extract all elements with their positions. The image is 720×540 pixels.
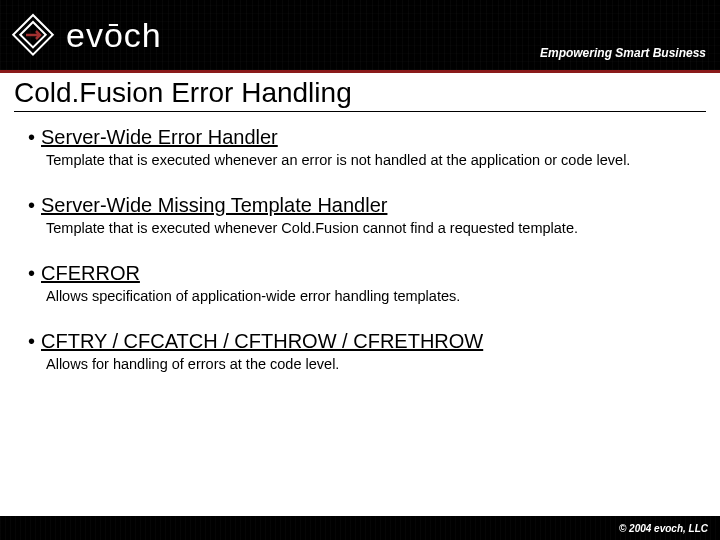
copyright-text: © 2004 evoch, LLC bbox=[619, 523, 708, 534]
brand-name: evōch bbox=[66, 16, 162, 55]
slide-title: Cold.Fusion Error Handling bbox=[14, 73, 706, 112]
item-desc: Allows for handling of errors at the cod… bbox=[46, 355, 686, 374]
brand-logo: evōch bbox=[0, 12, 162, 58]
bullet-icon: • bbox=[28, 126, 35, 149]
logo-diamond-icon bbox=[10, 12, 56, 58]
bullet-icon: • bbox=[28, 262, 35, 285]
footer-texture bbox=[0, 516, 720, 540]
slide-header: evōch Empowering Smart Business bbox=[0, 0, 720, 70]
item-desc: Allows specification of application-wide… bbox=[46, 287, 686, 306]
item-desc: Template that is executed whenever Cold.… bbox=[46, 219, 686, 238]
slide-footer: © 2004 evoch, LLC bbox=[0, 516, 720, 540]
list-item: • Server-Wide Missing Template Handler T… bbox=[28, 194, 706, 238]
list-item: • Server-Wide Error Handler Template tha… bbox=[28, 126, 706, 170]
item-title: CFTRY / CFCATCH / CFTHROW / CFRETHROW bbox=[41, 330, 483, 353]
item-title: CFERROR bbox=[41, 262, 140, 285]
bullet-icon: • bbox=[28, 330, 35, 353]
item-desc: Template that is executed whenever an er… bbox=[46, 151, 686, 170]
item-title: Server-Wide Missing Template Handler bbox=[41, 194, 387, 217]
slide-body: Cold.Fusion Error Handling • Server-Wide… bbox=[0, 73, 720, 373]
list-item: • CFERROR Allows specification of applic… bbox=[28, 262, 706, 306]
brand-tagline: Empowering Smart Business bbox=[540, 46, 706, 60]
bullet-icon: • bbox=[28, 194, 35, 217]
list-item: • CFTRY / CFCATCH / CFTHROW / CFRETHROW … bbox=[28, 330, 706, 374]
item-title: Server-Wide Error Handler bbox=[41, 126, 278, 149]
